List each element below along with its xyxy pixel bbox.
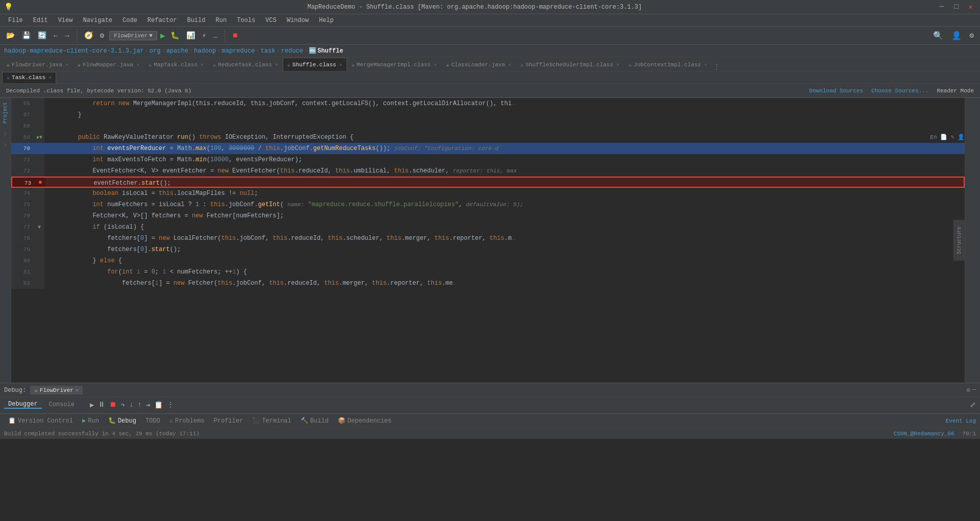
menu-view[interactable]: View — [54, 16, 77, 25]
tab-close-mergemanager[interactable]: ✕ — [434, 62, 437, 68]
download-sources-link[interactable]: Download Sources — [810, 88, 864, 94]
run-config-dropdown[interactable]: FlowDriver ▼ — [109, 31, 157, 40]
structure-panel-tab[interactable]: Structure — [953, 220, 965, 261]
csdn-link[interactable]: CSDN_@Redamancy_06 — [894, 431, 954, 437]
menu-refactor[interactable]: Refactor — [143, 16, 181, 25]
bottom-tab-run[interactable]: ▶ Run — [78, 416, 103, 426]
open-button[interactable]: 📂 — [4, 29, 17, 42]
sync-button[interactable]: 🔄 — [36, 29, 48, 42]
choose-sources-link[interactable]: Choose Sources... — [871, 88, 928, 94]
debug-session-close[interactable]: ✕ — [76, 387, 79, 393]
bottom-tab-dependencies[interactable]: 📦 Dependencies — [334, 416, 396, 426]
expand-icon2[interactable]: › — [3, 140, 8, 150]
code-area[interactable]: 66 return new MergeManagerImpl(this.redu… — [11, 98, 965, 383]
run-button[interactable]: ▶ — [160, 31, 165, 41]
bottom-tab-problems[interactable]: ⚠ Problems — [165, 416, 209, 426]
user-icon[interactable]: 👤 — [949, 29, 964, 43]
resume-btn[interactable]: ▶ — [90, 401, 94, 409]
menu-build[interactable]: Build — [183, 16, 209, 25]
tab-task[interactable]: ☕ Task.class ✕ — [2, 72, 56, 83]
tab-flowmapper[interactable]: ☕ FlowMapper.java ✕ — [73, 58, 144, 71]
breadcrumb-apache[interactable]: apache — [166, 47, 188, 55]
event-log-link[interactable]: Event Log — [946, 418, 976, 424]
more-debug-btn[interactable]: ⋮ — [167, 401, 174, 409]
breadcrumb-reduce[interactable]: reduce — [281, 47, 303, 55]
tab-close-task[interactable]: ✕ — [48, 75, 52, 81]
search-button[interactable]: 🔍 — [931, 29, 945, 43]
breadcrumb-task[interactable]: task — [261, 47, 276, 55]
tab-shufflescheduler[interactable]: ☕ ShuffleSchedulerImpl.class ✕ — [516, 58, 624, 71]
project-tab[interactable]: Project — [2, 100, 9, 126]
debug-minimize-icon[interactable]: ─ — [972, 386, 976, 394]
step-out-btn[interactable]: ↑ — [137, 401, 141, 409]
bottom-tab-build[interactable]: 🔨 Build — [297, 416, 333, 426]
profile-button[interactable]: ⚡ — [200, 29, 208, 42]
tab-jobcontext[interactable]: ☕ JobContextImpl.class ✕ — [624, 58, 712, 71]
fold-icon-69[interactable]: ▼ — [39, 135, 42, 140]
step-into-btn[interactable]: ↓ — [129, 401, 133, 409]
more-button[interactable]: … — [211, 30, 219, 42]
step-over-btn[interactable]: ↷ — [120, 401, 125, 409]
tab-close-shufflescheduler[interactable]: ✕ — [616, 62, 619, 68]
tab-flowdriver[interactable]: ☕ FlowDriver.java ✕ — [2, 58, 73, 71]
coverage-button[interactable]: 📊 — [184, 29, 197, 42]
menu-tools[interactable]: Tools — [233, 16, 259, 25]
breadcrumb-org[interactable]: org — [150, 47, 161, 55]
bottom-tab-todo[interactable]: TODO — [141, 416, 164, 426]
tab-close-classloader[interactable]: ✕ — [508, 62, 511, 68]
terminal-icon: ⬛ — [252, 417, 260, 425]
menu-navigate[interactable]: Navigate — [79, 16, 116, 25]
forward-button[interactable]: → — [63, 30, 71, 42]
tab-close-flowdriver[interactable]: ✕ — [65, 62, 68, 68]
expand-debug-btn[interactable]: ⤢ — [970, 401, 976, 409]
menu-file[interactable]: File — [4, 16, 27, 25]
expand-icon[interactable]: › — [3, 129, 8, 139]
minimize-button[interactable]: ─ — [937, 3, 947, 11]
menu-edit[interactable]: Edit — [29, 16, 52, 25]
tab-close-jobcontext[interactable]: ✕ — [704, 62, 707, 68]
close-button[interactable]: ✕ — [966, 3, 976, 11]
reader-mode-button[interactable]: Reader Mode — [937, 88, 974, 94]
tab-mergemanager[interactable]: ☕ MergeManagerImpl.class ✕ — [347, 58, 442, 71]
back-button[interactable]: ← — [52, 30, 60, 42]
menu-run[interactable]: Run — [211, 16, 231, 25]
debug-settings-icon[interactable]: ⚙ — [967, 386, 970, 394]
bottom-tab-profiler[interactable]: Profiler — [210, 416, 248, 426]
tab-console[interactable]: Console — [45, 401, 79, 408]
tab-maptask[interactable]: ☕ MapTask.class ✕ — [144, 58, 208, 71]
settings-icon[interactable]: ⚙ — [968, 29, 976, 42]
menu-code[interactable]: Code — [118, 16, 141, 25]
fold-icon-77[interactable]: ▼ — [38, 225, 41, 230]
stop-button[interactable]: ⏹ — [230, 30, 240, 41]
breadcrumb-hadoop[interactable]: hadoop — [194, 47, 216, 55]
save-button[interactable]: 💾 — [20, 29, 33, 42]
bottom-tab-debug[interactable]: 🐛 Debug — [104, 416, 140, 426]
debug-button[interactable]: 🐛 — [168, 29, 181, 42]
breadcrumb-jar[interactable]: hadoop-mapreduce-client-core-3.1.3.jar — [4, 47, 144, 55]
tab-debugger[interactable]: Debugger — [4, 401, 42, 409]
breakpoint-icon-73[interactable]: ● — [38, 178, 42, 186]
more-tabs-button[interactable]: ⋮ — [714, 63, 720, 71]
run-to-cursor-btn[interactable]: ⇥ — [146, 401, 150, 409]
menu-vcs[interactable]: VCS — [261, 16, 281, 25]
line-gutter-71 — [34, 154, 44, 165]
tab-close-flowmapper[interactable]: ✕ — [136, 62, 139, 68]
breadcrumb-mapreduce[interactable]: mapreduce — [222, 47, 255, 55]
nav-icon[interactable]: 🧭 — [82, 29, 95, 42]
tab-close-shuffle[interactable]: ✕ — [339, 62, 342, 68]
menu-help[interactable]: Help — [315, 16, 338, 25]
tab-reducetask[interactable]: ☕ ReduceTask.class ✕ — [208, 58, 283, 71]
tab-close-reducetask[interactable]: ✕ — [275, 62, 278, 68]
tab-shuffle[interactable]: ☕ Shuffle.class ✕ — [283, 58, 347, 71]
run-config-icon[interactable]: ⚙ — [98, 29, 106, 42]
maximize-button[interactable]: □ — [951, 3, 961, 11]
bottom-tab-version-control[interactable]: 📋 Version Control — [4, 416, 77, 426]
debug-session[interactable]: ☕ FlowDriver ✕ — [30, 386, 83, 394]
bottom-tab-terminal[interactable]: ⬛ Terminal — [248, 416, 296, 426]
pause-btn[interactable]: ⏸ — [98, 401, 105, 409]
menu-window[interactable]: Window — [283, 16, 313, 25]
tab-classloader[interactable]: ☕ ClassLoader.java ✕ — [442, 58, 516, 71]
stop-debug-btn[interactable]: ⏹ — [109, 401, 116, 409]
evaluate-btn[interactable]: 📋 — [154, 401, 163, 409]
tab-close-maptask[interactable]: ✕ — [201, 62, 204, 68]
